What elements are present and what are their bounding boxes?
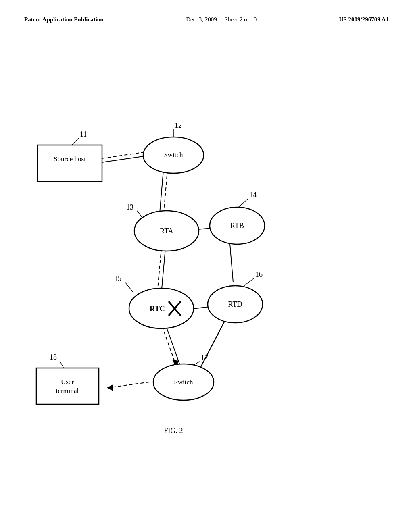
svg-line-5: [242, 278, 254, 287]
source-host-node: [38, 145, 102, 181]
user-terminal-label-line2: terminal: [56, 387, 79, 395]
page-header: Patent Application Publication Dec. 3, 2…: [0, 0, 413, 23]
svg-marker-26: [107, 384, 113, 391]
svg-line-24: [201, 320, 225, 367]
ref-16: 16: [255, 270, 263, 278]
diagram-container: 11 12 13 14 15 16 17 18: [0, 52, 413, 496]
ref-15: 15: [114, 274, 121, 283]
svg-line-16: [230, 244, 233, 282]
rta-label: RTA: [160, 227, 173, 235]
diagram-svg: 11 12 13 14 15 16 17 18: [0, 52, 413, 496]
fig-label: FIG. 2: [164, 427, 183, 435]
switch2-label: Switch: [174, 378, 193, 386]
user-terminal-label-line1: User: [61, 378, 74, 386]
ref-13: 13: [126, 203, 133, 211]
patent-page: Patent Application Publication Dec. 3, 2…: [0, 0, 413, 532]
user-terminal-node: [36, 368, 99, 404]
publication-date: Dec. 3, 2009: [186, 16, 217, 23]
patent-number: US 2009/296709 A1: [339, 16, 389, 23]
source-host-label: Source host: [54, 155, 86, 163]
rtc-label: RTC: [150, 305, 165, 313]
publication-title: Patent Application Publication: [24, 16, 104, 23]
ref-12: 12: [175, 121, 182, 129]
svg-line-17: [157, 249, 161, 293]
ref-18: 18: [50, 353, 57, 361]
svg-line-25: [108, 382, 149, 388]
switch1-label: Switch: [164, 151, 183, 159]
svg-line-19: [161, 249, 165, 293]
ref-14: 14: [249, 191, 257, 199]
header-center: Dec. 3, 2009 Sheet 2 of 10: [186, 16, 257, 23]
svg-line-21: [162, 326, 176, 365]
rtb-label: RTB: [230, 222, 244, 230]
svg-line-4: [125, 282, 133, 292]
svg-line-23: [166, 326, 180, 365]
sheet-info: Sheet 2 of 10: [225, 16, 257, 23]
ref-11: 11: [80, 130, 87, 138]
rtd-label: RTD: [228, 300, 242, 308]
svg-line-3: [238, 199, 248, 208]
